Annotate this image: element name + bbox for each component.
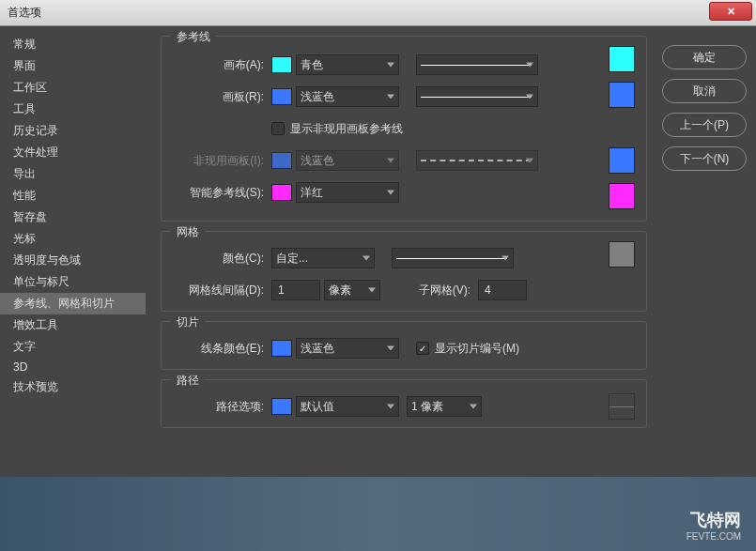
sidebar-item-10[interactable]: 透明度与色域 <box>0 250 146 271</box>
slice-title: 切片 <box>171 314 205 330</box>
sidebar-item-4[interactable]: 历史记录 <box>0 120 146 142</box>
grid-style-select[interactable] <box>392 248 514 268</box>
canvas-swatch[interactable] <box>271 56 292 73</box>
main: 常规界面工作区工具历史记录文件处理导出性能暂存盘光标透明度与色域单位与标尺参考线… <box>0 26 756 477</box>
path-swatch[interactable] <box>271 398 292 415</box>
subgrid-label: 子网格(V): <box>395 283 471 298</box>
sidebar-item-3[interactable]: 工具 <box>0 99 146 120</box>
canvas-label: 画布(A): <box>175 57 264 73</box>
subgrid-input[interactable] <box>478 280 527 300</box>
background-strip <box>0 477 756 551</box>
grid-section: 网格 颜色(C): 自定... 网格线间隔(D): 像素 子网格(V): <box>161 231 647 312</box>
grid-title: 网格 <box>171 224 205 240</box>
slice-color-select[interactable]: 浅蓝色 <box>296 338 399 359</box>
sidebar-item-2[interactable]: 工作区 <box>0 77 146 99</box>
path-opt-label: 路径选项: <box>175 399 264 415</box>
sidebar-item-0[interactable]: 常规 <box>0 34 146 55</box>
grid-unit-select[interactable]: 像素 <box>324 280 380 300</box>
path-section: 路径 路径选项: 默认值 1 像素 <box>161 379 647 428</box>
grid-spacing-input[interactable] <box>271 280 320 300</box>
sidebar-item-16[interactable]: 技术预览 <box>0 376 146 398</box>
right-panel: 确定 取消 上一个(P) 下一个(N) <box>662 26 756 477</box>
inactive-label: 非现用画板(I): <box>175 153 264 169</box>
ok-button[interactable]: 确定 <box>662 45 747 69</box>
grid-preview <box>609 241 635 268</box>
canvas-style-select[interactable] <box>416 54 538 75</box>
smart-preview <box>609 183 635 209</box>
sidebar-item-12[interactable]: 参考线、网格和切片 <box>0 293 146 314</box>
slice-num-checkbox[interactable] <box>416 342 429 355</box>
sidebar-item-13[interactable]: 增效工具 <box>0 314 146 336</box>
slice-swatch[interactable] <box>271 340 292 357</box>
inactive-style-select <box>416 150 538 171</box>
inactive-preview <box>609 147 635 174</box>
smart-color-select[interactable]: 洋红 <box>296 182 399 203</box>
cancel-button[interactable]: 取消 <box>662 79 747 103</box>
sidebar-item-8[interactable]: 暂存盘 <box>0 207 146 228</box>
titlebar: 首选项 <box>0 0 756 26</box>
artboard-preview <box>609 82 635 108</box>
sidebar-item-1[interactable]: 界面 <box>0 55 146 77</box>
path-preview <box>609 393 635 420</box>
canvas-color-select[interactable]: 青色 <box>296 54 399 75</box>
sidebar-item-11[interactable]: 单位与标尺 <box>0 271 146 293</box>
sidebar-item-5[interactable]: 文件处理 <box>0 142 146 163</box>
watermark: 飞特网 FEVTE.COM <box>687 509 741 542</box>
show-inactive-checkbox[interactable] <box>271 122 285 135</box>
path-color-select[interactable]: 默认值 <box>296 396 399 417</box>
slice-num-label: 显示切片编号(M) <box>435 341 519 357</box>
show-inactive-label: 显示非现用画板参考线 <box>290 121 403 137</box>
artboard-label: 画板(R): <box>175 89 264 105</box>
canvas-preview <box>609 46 635 72</box>
close-button[interactable] <box>709 2 752 21</box>
path-title: 路径 <box>171 373 205 389</box>
artboard-color-select[interactable]: 浅蓝色 <box>296 86 399 107</box>
prev-button[interactable]: 上一个(P) <box>662 113 747 137</box>
sidebar-item-14[interactable]: 文字 <box>0 336 146 358</box>
grid-spacing-label: 网格线间隔(D): <box>175 283 264 298</box>
guides-title: 参考线 <box>171 29 216 45</box>
sidebar: 常规界面工作区工具历史记录文件处理导出性能暂存盘光标透明度与色域单位与标尺参考线… <box>0 26 146 477</box>
sidebar-item-9[interactable]: 光标 <box>0 228 146 250</box>
slice-section: 切片 线条颜色(E): 浅蓝色 显示切片编号(M) <box>161 321 647 370</box>
grid-color-label: 颜色(C): <box>175 251 264 267</box>
smart-swatch[interactable] <box>271 184 292 201</box>
artboard-swatch[interactable] <box>271 88 292 105</box>
guides-section: 参考线 画布(A): 青色 画板(R): 浅蓝色 显示非现用画板参考线 <box>161 36 647 222</box>
path-width-select[interactable]: 1 像素 <box>407 396 482 417</box>
inactive-swatch <box>271 152 292 169</box>
sidebar-item-7[interactable]: 性能 <box>0 185 146 207</box>
inactive-color-select: 浅蓝色 <box>296 150 399 171</box>
next-button[interactable]: 下一个(N) <box>662 146 747 171</box>
smart-label: 智能参考线(S): <box>175 185 264 201</box>
sidebar-item-6[interactable]: 导出 <box>0 163 146 185</box>
slice-color-label: 线条颜色(E): <box>175 341 264 357</box>
content: 参考线 画布(A): 青色 画板(R): 浅蓝色 显示非现用画板参考线 <box>146 26 662 477</box>
window-title: 首选项 <box>8 5 41 21</box>
sidebar-item-15[interactable]: 3D <box>0 358 146 376</box>
artboard-style-select[interactable] <box>416 86 538 107</box>
grid-color-select[interactable]: 自定... <box>271 248 375 268</box>
